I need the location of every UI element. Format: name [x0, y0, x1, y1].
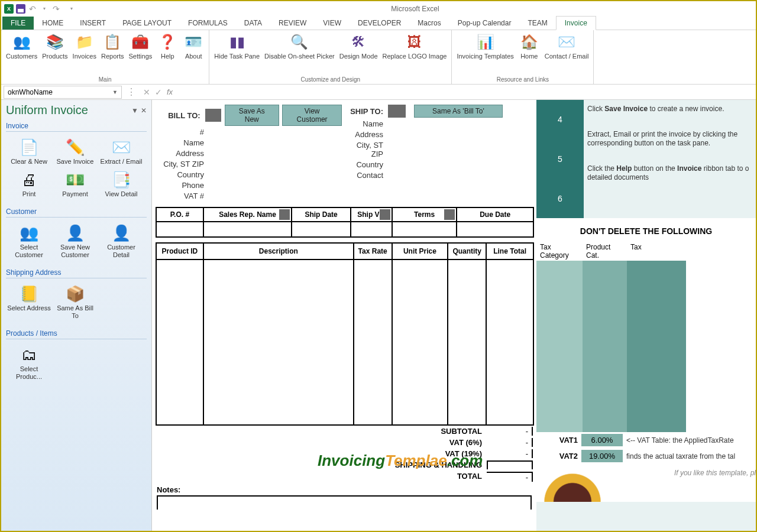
- shipping-value[interactable]: [487, 460, 533, 469]
- terms-picker[interactable]: [444, 209, 455, 220]
- save-new-customer-button[interactable]: 👤Save New Customer: [52, 221, 98, 261]
- workspace: Uniform Invoice ▼ ✕ Invoice 📄Clear & New…: [1, 100, 756, 532]
- tab-insert[interactable]: INSERT: [72, 17, 114, 30]
- app-title: Microsoft Excel: [77, 5, 753, 13]
- field-label: Name: [347, 119, 388, 128]
- settings-button[interactable]: 🧰Settings: [127, 31, 155, 75]
- tab-invoice[interactable]: Invoice: [556, 16, 596, 30]
- image-icon: 🖼: [405, 33, 424, 51]
- shipvia-picker[interactable]: [380, 209, 390, 220]
- about-button[interactable]: 🪪About: [180, 31, 206, 75]
- po-header: P.O. #: [156, 207, 203, 222]
- same-as-bill-to-button[interactable]: 📦Same As Bill To: [52, 282, 98, 322]
- tab-formulas[interactable]: FORMULAS: [180, 17, 236, 30]
- vat-name: VAT1: [536, 436, 581, 445]
- save-invoice-button[interactable]: ✏️Save Invoice: [52, 135, 98, 168]
- formula-input[interactable]: [177, 86, 756, 99]
- tab-popup-calendar[interactable]: Pop-up Calendar: [449, 17, 520, 30]
- save-as-new-button[interactable]: Save As New: [225, 105, 279, 126]
- duedate-header: Due Date: [457, 207, 533, 222]
- folder-icon: 📁: [75, 33, 94, 51]
- view-customer-button[interactable]: View Customer: [282, 105, 342, 126]
- select-customer-button[interactable]: 👥Select Customer: [6, 221, 52, 261]
- tab-home[interactable]: HOME: [34, 17, 72, 30]
- print-button[interactable]: 🖨Print: [6, 168, 52, 200]
- reports-button[interactable]: 📋Reports: [99, 31, 127, 75]
- customer-detail-button[interactable]: 👤Customer Detail: [98, 221, 144, 261]
- detail-icon: 📑: [112, 170, 131, 189]
- tab-page-layout[interactable]: PAGE LAYOUT: [114, 17, 180, 30]
- invoicing-templates-button[interactable]: 📊Invoicing Templates: [454, 31, 516, 75]
- salesrep-picker[interactable]: [279, 209, 290, 220]
- name-box[interactable]: oknWhoName ▼: [4, 86, 122, 99]
- col-line-total: Line Total: [486, 243, 533, 259]
- design-mode-button[interactable]: 🛠Design Mode: [337, 31, 380, 75]
- field-label: VAT #: [156, 192, 209, 200]
- save-icon[interactable]: [15, 4, 26, 14]
- select-address-button[interactable]: 📒Select Address: [6, 282, 52, 322]
- invoices-button[interactable]: 📁Invoices: [70, 31, 99, 75]
- notes-input[interactable]: [157, 495, 532, 510]
- tab-team[interactable]: TEAM: [519, 17, 555, 30]
- tax-category-swatch: [536, 261, 583, 432]
- same-as-bill-button[interactable]: Same As 'Bill To': [414, 105, 503, 118]
- step-text: Extract, Email or print the invoice by c…: [587, 130, 752, 148]
- replace-logo-button[interactable]: 🖼Replace LOGO Image: [380, 31, 449, 75]
- field-label: Country: [156, 170, 209, 179]
- undo-icon[interactable]: ↶: [27, 4, 38, 14]
- vat-pct[interactable]: 6.00%: [581, 434, 623, 446]
- chevron-down-icon[interactable]: ▼: [112, 89, 118, 95]
- vat-pct[interactable]: 19.00%: [581, 450, 623, 462]
- cat-header: Tax: [627, 243, 645, 259]
- undo-dropdown-icon[interactable]: ▾: [39, 4, 50, 14]
- stack-icon: 🗂: [20, 345, 38, 364]
- close-icon[interactable]: ✕: [141, 106, 147, 115]
- ship-to-picker[interactable]: [388, 105, 406, 118]
- redo-icon[interactable]: ↷: [51, 4, 62, 14]
- fx-icon[interactable]: fx: [167, 87, 173, 96]
- payment-button[interactable]: 💵Payment: [52, 168, 98, 200]
- home-link-button[interactable]: 🏠Home: [516, 31, 542, 75]
- books-icon: 📚: [46, 33, 64, 51]
- user-add-icon: 👤: [66, 223, 85, 242]
- tab-view[interactable]: VIEW: [315, 17, 350, 30]
- select-product-button[interactable]: 🗂Select Produc...: [6, 343, 52, 383]
- bill-to-picker[interactable]: [205, 109, 222, 122]
- view-detail-button[interactable]: 📑View Detail: [98, 168, 144, 200]
- tab-macros[interactable]: Macros: [409, 17, 449, 30]
- hide-task-pane-button[interactable]: ▮▮Hide Task Pane: [212, 31, 262, 75]
- ship-to-label: SHIP TO:: [347, 107, 388, 116]
- tab-developer[interactable]: DEVELOPER: [350, 17, 409, 30]
- vat1-label: VAT (6%): [368, 438, 487, 447]
- help-button[interactable]: ❓Help: [154, 31, 180, 75]
- customers-button[interactable]: 👥Customers: [4, 31, 40, 75]
- vat-name: VAT2: [536, 452, 581, 460]
- contact-email-button[interactable]: ✉️Contact / Email: [542, 31, 591, 75]
- home-icon: 🏠: [520, 33, 539, 51]
- cancel-icon[interactable]: ✕: [143, 87, 150, 97]
- tab-review[interactable]: REVIEW: [270, 17, 315, 30]
- id-card-icon: 🪪: [184, 33, 203, 51]
- printer-icon: 🖨: [20, 170, 38, 189]
- col-quantity: Quantity: [448, 243, 486, 259]
- fx-controls: ✕ ✓ fx: [138, 87, 177, 97]
- products-button[interactable]: 📚Products: [40, 31, 70, 75]
- order-info-table[interactable]: P.O. # Sales Rep. Name Ship Date Ship Vi…: [156, 207, 534, 238]
- disable-picker-button[interactable]: 🔍Disable On-sheet Picker: [262, 31, 337, 75]
- tab-data[interactable]: DATA: [236, 17, 270, 30]
- clipboard-icon: 📋: [103, 33, 122, 51]
- spreadsheet[interactable]: BILL TO: Save As New View Customer # Nam…: [152, 100, 756, 532]
- task-pane-menu-icon[interactable]: ▼: [131, 106, 138, 115]
- field-label: Address: [156, 149, 209, 158]
- tab-file[interactable]: FILE: [2, 17, 34, 30]
- line-items-table[interactable]: Product ID Description Tax Rate Unit Pri…: [156, 242, 534, 426]
- vat-note: <-- VAT Table: the AppliedTaxRate: [626, 436, 734, 445]
- dont-delete-heading: DON'T DELETE THE FOLLOWING: [536, 218, 756, 242]
- clear-new-button[interactable]: 📄Clear & New: [6, 135, 52, 168]
- envelope-icon: ✉️: [557, 33, 576, 51]
- section-products: Products / Items: [6, 327, 147, 339]
- tools-icon: 🛠: [349, 33, 368, 51]
- enter-icon[interactable]: ✓: [155, 87, 162, 97]
- extract-email-button[interactable]: ✉️Extract / Email: [98, 135, 144, 168]
- qat-customize-icon[interactable]: ▾: [66, 4, 77, 14]
